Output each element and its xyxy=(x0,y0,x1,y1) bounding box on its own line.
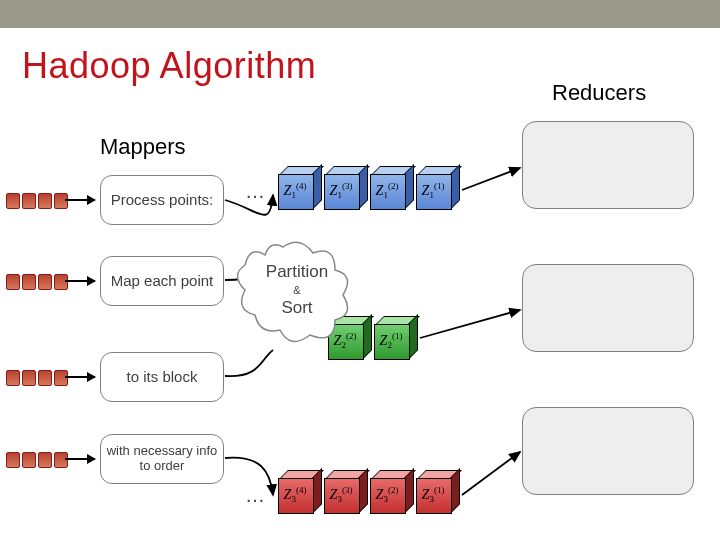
cube-z1-4: Z1(4) xyxy=(278,166,320,208)
mapbox-map-each-point: Map each point xyxy=(100,256,224,306)
mapbox-label: with necessary info to order xyxy=(101,444,223,474)
mapbox-label: Process points: xyxy=(111,191,214,208)
cube-z3-4: Z3(4) xyxy=(278,470,320,512)
mapbox-to-its-block: to its block xyxy=(100,352,224,402)
partition-label: Partition xyxy=(266,262,328,281)
cube-z3-1: Z3(1) xyxy=(416,470,458,512)
cube-z1-3: Z1(3) xyxy=(324,166,366,208)
partition-sort-label: Partition & Sort xyxy=(258,262,336,318)
cube-z2-1: Z2(1) xyxy=(374,316,416,358)
arrow-icon xyxy=(65,280,95,282)
data-dots-2 xyxy=(6,274,68,290)
cube-z1-2: Z1(2) xyxy=(370,166,412,208)
ampersand-label: & xyxy=(258,284,336,296)
cube-z3-3: Z3(3) xyxy=(324,470,366,512)
data-dots-4 xyxy=(6,452,68,468)
data-dots-1 xyxy=(6,193,68,209)
reducer-box-2 xyxy=(522,264,694,352)
arrow-icon xyxy=(65,458,95,460)
data-dots-3 xyxy=(6,370,68,386)
sort-label: Sort xyxy=(281,298,312,317)
top-bar xyxy=(0,0,720,28)
ellipsis-bottom: … xyxy=(245,484,268,507)
mapbox-label: to its block xyxy=(127,368,198,385)
mapbox-with-info: with necessary info to order xyxy=(100,434,224,484)
section-reducers: Reducers xyxy=(552,80,646,106)
arrow-icon xyxy=(65,376,95,378)
ellipsis-top: … xyxy=(245,180,268,203)
mapbox-label: Map each point xyxy=(111,272,214,289)
reducer-box-1 xyxy=(522,121,694,209)
page-title: Hadoop Algorithm xyxy=(22,45,316,87)
section-mappers: Mappers xyxy=(100,134,186,160)
slide: Hadoop Algorithm Mappers Reducers Proces… xyxy=(0,0,720,540)
mapbox-process-points: Process points: xyxy=(100,175,224,225)
reducer-box-3 xyxy=(522,407,694,495)
cube-z1-1: Z1(1) xyxy=(416,166,458,208)
cube-z3-2: Z3(2) xyxy=(370,470,412,512)
arrow-icon xyxy=(65,199,95,201)
